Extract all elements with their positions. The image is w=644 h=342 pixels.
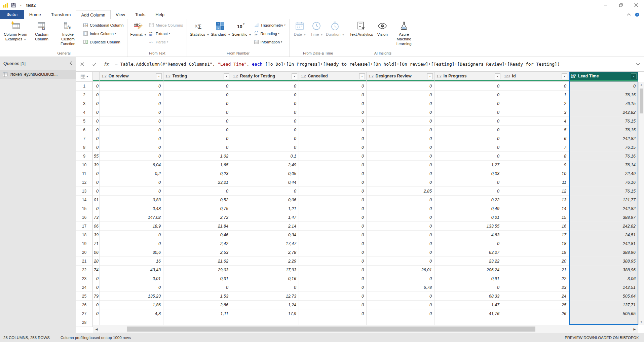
cell[interactable]: 2,29 <box>231 257 299 266</box>
cell[interactable]: 0 <box>434 152 502 161</box>
cell[interactable]: 0,2 <box>100 169 163 178</box>
scroll-left-icon[interactable]: ◀ <box>93 328 100 331</box>
cell[interactable]: 19 <box>502 248 569 257</box>
cell[interactable]: 71 <box>93 239 100 248</box>
cell[interactable]: 21 <box>502 266 569 274</box>
cell[interactable]: 1,86 <box>100 301 163 309</box>
cell[interactable]: 0 <box>299 126 367 134</box>
cell[interactable]: 39 <box>93 231 100 239</box>
cell[interactable]: 0 <box>299 82 367 91</box>
tab-add-column[interactable]: Add Column <box>76 10 111 19</box>
cell[interactable]: 242,81 <box>569 239 638 248</box>
custom-column-button[interactable]: fxCustom Column <box>29 20 55 41</box>
column-header-in-progress[interactable]: 1.2In Progress▾ <box>434 72 502 82</box>
cell[interactable]: 0 <box>93 169 100 178</box>
cell[interactable]: 0 <box>100 82 163 91</box>
cell[interactable]: 0 <box>299 161 367 169</box>
scroll-right-icon[interactable]: ▶ <box>631 328 638 331</box>
cell[interactable]: 0 <box>367 161 434 169</box>
filter-dropdown-icon[interactable]: ▾ <box>359 73 365 79</box>
cell[interactable]: 0 <box>299 117 367 126</box>
cell[interactable]: 1,02 <box>163 152 231 161</box>
cell[interactable]: 0 <box>163 99 231 108</box>
cell[interactable]: 0 <box>93 178 100 187</box>
cell[interactable]: 16 <box>100 257 163 266</box>
cell[interactable]: 0 <box>299 108 367 117</box>
cell[interactable]: 388,96 <box>569 266 638 274</box>
cell[interactable]: 0 <box>93 82 100 91</box>
cell[interactable]: 0 <box>502 82 569 91</box>
cell[interactable]: 0,01 <box>100 274 163 283</box>
cell[interactable]: 0 <box>299 231 367 239</box>
cell[interactable]: 12 <box>502 187 569 196</box>
column-header-ready-for-testing[interactable]: 1.2Ready for Testing▾ <box>231 72 299 82</box>
cell[interactable]: 0 <box>100 231 163 239</box>
file-menu-button[interactable]: Файл <box>0 10 24 19</box>
cell[interactable]: 133,55 <box>434 222 502 231</box>
cell[interactable]: 4,83 <box>434 231 502 239</box>
cell[interactable]: 24 <box>502 292 569 301</box>
cell[interactable]: 22,49 <box>569 169 638 178</box>
cell[interactable]: 0 <box>434 187 502 196</box>
cell[interactable]: 0 <box>434 126 502 134</box>
cell[interactable]: 0 <box>367 82 434 91</box>
cell[interactable]: 01 <box>93 196 100 204</box>
cell[interactable]: 0 <box>367 222 434 231</box>
cell[interactable]: 21,84 <box>163 222 231 231</box>
cell[interactable]: 0 <box>163 91 231 99</box>
cell[interactable]: 0 <box>299 239 367 248</box>
cell[interactable]: 0,22 <box>434 196 502 204</box>
formula-input[interactable]: = Table.AddColumn(#"Removed Columns1", "… <box>112 62 632 67</box>
cancel-formula-icon[interactable] <box>76 62 88 66</box>
cell[interactable]: 0 <box>299 301 367 309</box>
cell[interactable]: 63,27 <box>434 248 502 257</box>
cell[interactable]: 0 <box>367 239 434 248</box>
cell[interactable]: 0 <box>93 108 100 117</box>
cell[interactable]: 0 <box>434 108 502 117</box>
filter-dropdown-icon[interactable]: ▾ <box>224 73 229 79</box>
query-item[interactable]: ?token=eyJhbGciOiJIUzI... <box>0 70 76 79</box>
cell[interactable]: 0 <box>163 143 231 152</box>
cell[interactable]: 0 <box>367 274 434 283</box>
cell[interactable]: 0,23 <box>163 169 231 178</box>
cell[interactable]: 0 <box>100 91 163 99</box>
scroll-down-icon[interactable]: ▼ <box>640 319 643 325</box>
cell[interactable]: 0 <box>231 283 299 292</box>
cell[interactable]: 0 <box>93 283 100 292</box>
cell[interactable]: 0 <box>434 117 502 126</box>
cell[interactable]: 29,03 <box>163 266 231 274</box>
rounding-button[interactable]: .00Rounding▾ <box>252 29 288 38</box>
cell[interactable]: 137,71 <box>569 301 638 309</box>
cell[interactable]: 6,04 <box>100 161 163 169</box>
cell[interactable]: 76,15 <box>569 143 638 152</box>
filter-dropdown-icon[interactable]: ▾ <box>156 73 162 79</box>
cell[interactable]: 5 <box>502 126 569 134</box>
cell[interactable]: 0 <box>100 126 163 134</box>
cell[interactable]: 0 <box>569 82 638 91</box>
cell[interactable]: 14 <box>502 204 569 213</box>
cell[interactable]: 2,49 <box>231 161 299 169</box>
cell[interactable]: 388,95 <box>569 257 638 266</box>
cell[interactable]: 0 <box>434 91 502 99</box>
cell[interactable]: 10 <box>502 169 569 178</box>
cell[interactable]: 74 <box>93 266 100 274</box>
cell[interactable]: 1,11 <box>163 309 231 318</box>
cell[interactable]: 505,64 <box>569 292 638 301</box>
cell[interactable]: 0 <box>299 274 367 283</box>
horizontal-scroll-track[interactable] <box>100 325 631 333</box>
cell[interactable]: 17,47 <box>231 239 299 248</box>
cell[interactable]: 1,21 <box>231 204 299 213</box>
cell[interactable]: 1,24 <box>231 301 299 309</box>
cell[interactable]: 142,51 <box>569 283 638 292</box>
cell[interactable]: 30,6 <box>100 248 163 257</box>
cell[interactable]: 0 <box>299 248 367 257</box>
cell[interactable]: 76,15 <box>569 99 638 108</box>
cell[interactable]: 0 <box>367 196 434 204</box>
cell[interactable]: 0 <box>93 187 100 196</box>
cell[interactable]: 0 <box>299 178 367 187</box>
cell[interactable]: 41,76 <box>434 309 502 318</box>
cell[interactable]: 0 <box>93 134 100 143</box>
cell[interactable]: 17,93 <box>231 266 299 274</box>
cell[interactable]: 3 <box>502 108 569 117</box>
text-analytics-button[interactable]: Text Analytics <box>349 20 374 37</box>
